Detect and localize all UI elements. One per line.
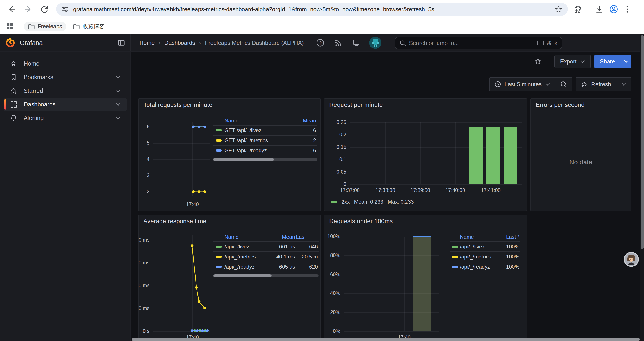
help-icon[interactable]: ? xyxy=(316,39,324,47)
series-name: /api/_/readyz xyxy=(460,264,498,270)
y-axis-tick: 20 ms xyxy=(138,305,150,311)
search-box[interactable]: ⌘+k xyxy=(395,37,562,49)
grafana-app: Grafana Home›Dashboards›Freeleaps Metric… xyxy=(0,34,644,341)
breadcrumb-separator-icon: › xyxy=(158,40,160,46)
sidebar-item-starred[interactable]: Starred xyxy=(4,84,127,97)
sidebar-item-bookmarks[interactable]: Bookmarks xyxy=(4,71,127,84)
legend-column-header[interactable]: Name xyxy=(460,234,498,240)
scrollbar-thumb[interactable] xyxy=(641,35,644,249)
extensions-icon[interactable] xyxy=(574,5,582,14)
sidebar-toggle-icon[interactable] xyxy=(118,39,125,47)
series-mean: 6 xyxy=(294,147,317,154)
grafana-logo-icon[interactable] xyxy=(5,38,15,48)
sidebar-item-alerting[interactable]: Alerting xyxy=(4,112,127,125)
share-button[interactable]: Share xyxy=(594,55,631,68)
share-button-label[interactable]: Share xyxy=(594,55,621,68)
legend-column-header[interactable]: Name xyxy=(224,118,294,124)
floating-assistant-avatar[interactable] xyxy=(624,252,639,267)
legend-table: NameMeanLas/api/_/livez661 µs646/api/_/m… xyxy=(213,233,319,277)
vertical-scrollbar[interactable] xyxy=(640,34,644,341)
url-input[interactable]: grafana.mathmast.com/d/deytv4rwavabkb/fr… xyxy=(73,6,551,13)
url-bar[interactable]: grafana.mathmast.com/d/deytv4rwavabkb/fr… xyxy=(56,3,568,16)
legend[interactable]: 2xx Mean: 0.233 Max: 0.233 xyxy=(331,199,414,205)
legend-scrollbar[interactable] xyxy=(213,274,319,277)
chevron-down-icon[interactable] xyxy=(116,75,120,79)
sidebar-item-home[interactable]: Home xyxy=(4,57,127,70)
x-axis-tick: 17:41:00 xyxy=(477,187,505,193)
forward-icon[interactable] xyxy=(24,5,32,14)
downloads-icon[interactable] xyxy=(595,5,604,14)
kiosk-monitor-icon[interactable] xyxy=(352,39,360,47)
legend-row[interactable]: /api/_/metrics40.1 ms20.5 m xyxy=(213,251,319,261)
legend-column-header[interactable]: Name xyxy=(224,234,269,240)
y-axis-tick: 40% xyxy=(324,290,340,296)
legend-row[interactable]: /api/_/livez661 µs646 xyxy=(213,241,319,251)
chevron-down-icon xyxy=(621,82,626,86)
favorite-star-icon[interactable] xyxy=(534,58,542,65)
chevron-down-icon xyxy=(580,60,585,63)
series-mean: 6 xyxy=(294,127,317,133)
news-rss-icon[interactable] xyxy=(334,39,342,47)
y-axis-tick: 6 xyxy=(138,124,150,130)
sidebar-item-dashboards[interactable]: Dashboards xyxy=(4,98,127,111)
gridline xyxy=(153,331,210,332)
legend-table: NameMeanGET /api/_/livez6GET /api/_/metr… xyxy=(213,116,317,161)
gridline xyxy=(153,286,210,286)
zoom-out-button[interactable] xyxy=(555,78,572,91)
bookmark-page-icon[interactable] xyxy=(554,5,562,13)
series-color-pill xyxy=(452,245,458,248)
home-icon xyxy=(10,60,18,68)
dashboard-toolbar: Export Share xyxy=(534,55,631,68)
time-range-picker[interactable]: Last 5 minutes xyxy=(490,78,555,91)
breadcrumb-item[interactable]: Home xyxy=(140,40,154,46)
breadcrumb-item[interactable]: Dashboards xyxy=(164,40,195,46)
legend-scrollbar-thumb[interactable] xyxy=(214,274,272,277)
site-settings-icon[interactable] xyxy=(62,6,69,13)
legend-row[interactable]: GET /api/_/readyz6 xyxy=(213,145,317,155)
browser-menu-icon[interactable] xyxy=(623,5,632,14)
reload-icon[interactable] xyxy=(40,5,49,14)
legend-row[interactable]: /api/_/metrics100% xyxy=(450,251,520,261)
share-dropdown-button[interactable] xyxy=(621,55,631,68)
series-last: 100% xyxy=(498,254,520,260)
folder-icon xyxy=(72,23,80,30)
gridline xyxy=(153,143,210,144)
legend-row[interactable]: /api/_/readyz100% xyxy=(450,261,520,272)
legend-column-header[interactable]: Mean xyxy=(294,118,317,124)
series-mean: 605 µs xyxy=(269,264,296,270)
legend-row[interactable]: GET /api/_/livez6 xyxy=(213,125,317,135)
bell-icon xyxy=(10,114,18,122)
chevron-down-icon[interactable] xyxy=(116,116,120,120)
bookmark-folder-label: 收藏博客 xyxy=(83,23,104,30)
legend-column-header[interactable]: Las xyxy=(296,234,319,240)
series-color-pill xyxy=(216,139,222,142)
sidebar-item-label: Alerting xyxy=(24,115,44,122)
legend-row[interactable]: /api/_/readyz605 µs620 xyxy=(213,261,319,272)
legend-row[interactable]: GET /api/_/metrics2 xyxy=(213,135,317,145)
legend-scrollbar[interactable] xyxy=(213,158,317,161)
dashboard-main: Export Share Last 5 minutes xyxy=(131,52,644,341)
legend-column-header[interactable]: Mean xyxy=(269,234,296,240)
apps-grid-icon[interactable] xyxy=(6,23,14,30)
bookmark-folder[interactable]: 收藏博客 xyxy=(68,21,108,32)
legend-scrollbar-thumb[interactable] xyxy=(214,158,274,161)
y-axis-tick: 100% xyxy=(324,233,340,239)
legend-row[interactable]: /api/_/livez100% xyxy=(450,241,520,251)
y-axis-tick: 2 xyxy=(138,189,150,195)
refresh-interval-dropdown[interactable] xyxy=(616,78,631,91)
legend-column-header[interactable]: Last * xyxy=(498,234,520,240)
user-avatar[interactable] xyxy=(369,37,382,49)
bar xyxy=(412,237,431,331)
bookmark-folder[interactable]: Freeleaps xyxy=(24,22,66,31)
panel-title[interactable]: Errors per second xyxy=(536,101,584,108)
chevron-down-icon[interactable] xyxy=(116,103,120,106)
horizontal-scrollbar[interactable] xyxy=(132,338,640,340)
chevron-down-icon[interactable] xyxy=(116,89,120,93)
search-input[interactable] xyxy=(409,40,537,47)
back-icon[interactable] xyxy=(8,5,16,14)
series-name: /api/_/readyz xyxy=(224,264,269,270)
series-color-pill xyxy=(216,129,222,131)
export-button[interactable]: Export xyxy=(554,55,590,68)
refresh-button[interactable]: Refresh xyxy=(576,78,616,91)
browser-profile-icon[interactable] xyxy=(609,5,618,14)
